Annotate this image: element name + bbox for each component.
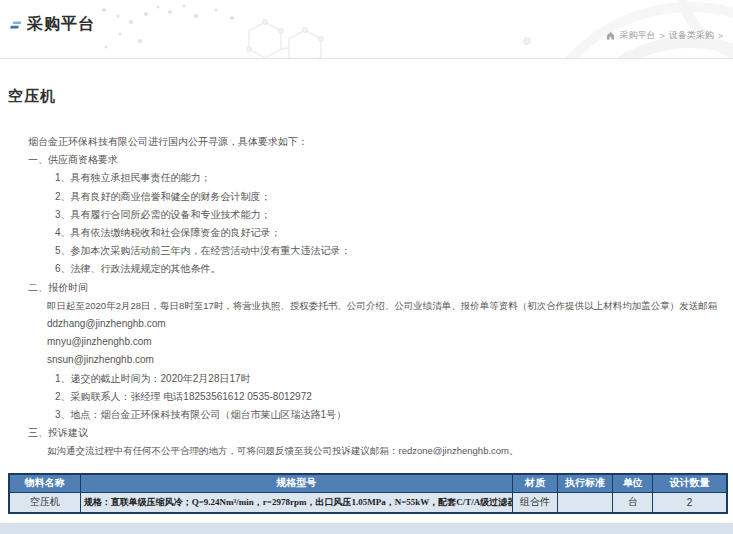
section: 二、报价时间即日起至2020年2月28日，每日8时至17时，将营业执照、授权委托… bbox=[8, 279, 725, 425]
menu-icon bbox=[10, 19, 22, 31]
section: 一、供应商资格要求1、具有独立承担民事责任的能力；2、具有良好的商业信誉和健全的… bbox=[8, 151, 725, 278]
breadcrumb-separator: > bbox=[718, 31, 723, 41]
intro-text: 烟台金正环保科技有限公司进行国内公开寻源，具体要求如下： bbox=[8, 133, 725, 151]
section-heading: 三、投诉建议 bbox=[8, 424, 725, 442]
section-heading: 二、报价时间 bbox=[8, 279, 725, 297]
section-item: 4、具有依法缴纳税收和社会保障资金的良好记录； bbox=[8, 224, 725, 242]
section-paragraph: 如沟通交流过程中有任何不公平合理的地方，可将问题反馈至我公司投诉建议邮箱：red… bbox=[8, 442, 725, 460]
home-icon bbox=[606, 31, 615, 40]
table-header-spec-model: 规格型号 bbox=[80, 474, 512, 493]
table-header-design-quantity: 设计数量 bbox=[653, 474, 727, 493]
sections: 一、供应商资格要求1、具有独立承担民事责任的能力；2、具有良好的商业信誉和健全的… bbox=[8, 151, 725, 460]
table-head: 物料名称规格型号材质执行标准单位设计数量 bbox=[9, 474, 727, 493]
section-item: 2、具有良好的商业信誉和健全的财务会计制度； bbox=[8, 188, 725, 206]
email-text: mnyu@jinzhenghb.com bbox=[8, 333, 725, 351]
email-text: ddzhang@jinzhenghb.com bbox=[8, 315, 725, 333]
page-title: 空压机 bbox=[8, 87, 725, 106]
table-cell-unit: 台 bbox=[613, 493, 653, 513]
table-header-unit: 单位 bbox=[613, 474, 653, 493]
section-item: 3、地点：烟台金正环保科技有限公司（烟台市莱山区瑞达路1号） bbox=[8, 406, 725, 424]
table-header-standard: 执行标准 bbox=[558, 474, 613, 493]
section-paragraph: 即日起至2020年2月28日，每日8时至17时，将营业执照、授权委托书、公司介绍… bbox=[8, 297, 725, 315]
email-text: snsun@jinzhenghb.com bbox=[8, 351, 725, 369]
breadcrumb-separator: > bbox=[659, 31, 664, 41]
table-cell-design-quantity: 2 bbox=[653, 493, 727, 513]
breadcrumb-item-platform[interactable]: 采购平台 bbox=[619, 29, 655, 42]
logo[interactable]: 采购平台 bbox=[10, 14, 95, 35]
table-cell-spec-model: 规格：直联单级压缩风冷；Q=9.24Nm³/min，r=2978rpm，出口风压… bbox=[80, 493, 512, 513]
page-footer bbox=[0, 523, 733, 534]
dot-pattern bbox=[102, 5, 531, 49]
app-header: 采购平台 采购平台 > 设备类采购 > bbox=[0, 0, 733, 59]
table-header-material-name: 物料名称 bbox=[9, 474, 80, 493]
section-item: 1、具有独立承担民事责任的能力； bbox=[8, 169, 725, 187]
section-item: 3、具有履行合同所必需的设备和专业技术能力； bbox=[8, 206, 725, 224]
breadcrumb-item-equipment[interactable]: 设备类采购 bbox=[669, 29, 714, 42]
section-item: 6、法律、行政法规规定的其他条件。 bbox=[8, 260, 725, 278]
breadcrumb: 采购平台 > 设备类采购 > bbox=[606, 29, 723, 42]
section-item: 2、采购联系人：张经理 电话18253561612 0535-8012972 bbox=[8, 388, 725, 406]
table-row: 空压机规格：直联单级压缩风冷；Q=9.24Nm³/min，r=2978rpm，出… bbox=[9, 493, 727, 513]
materials-table: 物料名称规格型号材质执行标准单位设计数量 空压机规格：直联单级压缩风冷；Q=9.… bbox=[8, 473, 728, 514]
app-title: 采购平台 bbox=[27, 14, 95, 35]
section-heading: 一、供应商资格要求 bbox=[8, 151, 725, 169]
table-body: 空压机规格：直联单级压缩风冷；Q=9.24Nm³/min，r=2978rpm，出… bbox=[9, 493, 727, 513]
section-item: 5、参加本次采购活动前三年内，在经营活动中没有重大违法记录； bbox=[8, 242, 725, 260]
table-cell-material-name: 空压机 bbox=[9, 493, 80, 513]
content: 空压机 烟台金正环保科技有限公司进行国内公开寻源，具体要求如下： 一、供应商资格… bbox=[0, 87, 733, 514]
section-item: 1、递交的截止时间为：2020年2月28日17时 bbox=[8, 370, 725, 388]
table-header-material: 材质 bbox=[512, 474, 557, 493]
hexagon-pattern bbox=[247, 20, 323, 59]
table-cell-standard bbox=[558, 493, 613, 513]
section: 三、投诉建议如沟通交流过程中有任何不公平合理的地方，可将问题反馈至我公司投诉建议… bbox=[8, 424, 725, 460]
table-cell-material: 组合件 bbox=[512, 493, 557, 513]
